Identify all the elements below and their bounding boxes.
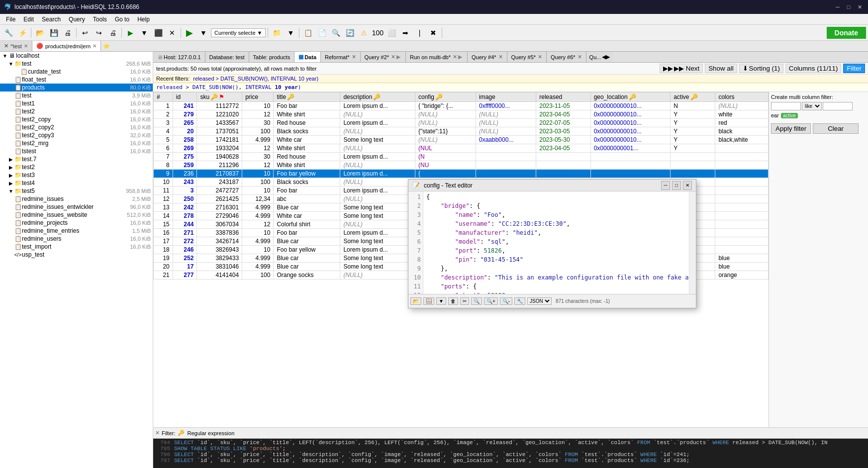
maximize-button[interactable]: □ [844, 2, 853, 11]
table-row[interactable]: 7275194062830Red houseLorem ipsum d...(N [154, 153, 769, 161]
menu-help[interactable]: Help [133, 15, 154, 24]
save-button[interactable]: 💾 [47, 26, 60, 39]
redo-button[interactable]: ↪ [93, 26, 105, 39]
expand-test3[interactable]: ▶ [8, 173, 14, 178]
sidebar-item-test2copy2[interactable]: 📋 test2_copy2 16,0 KiB [0, 123, 153, 131]
te-zoomin-btn[interactable]: 🔍+ [484, 297, 498, 305]
sidebar-item-test1[interactable]: 📋 test1 16,0 KiB [0, 99, 153, 107]
code-area[interactable]: { "bridge": { "name": "Foo", "username":… [423, 191, 689, 294]
sidebar-item-redmine-time[interactable]: 📋 redmine_time_entries 1,5 MiB [0, 227, 153, 235]
table-row[interactable]: 4201737051100Black socks(NULL){"state":1… [154, 127, 769, 136]
next-button[interactable]: ▶▶ ▶▶ Next [660, 64, 703, 73]
pipe-btn[interactable]: | [413, 26, 426, 39]
menu-goto[interactable]: Go to [111, 15, 133, 24]
menu-search[interactable]: Search [38, 15, 65, 24]
table-btn[interactable]: 📋 [301, 26, 314, 39]
filter-col-input[interactable] [771, 102, 801, 110]
sidebar-item-products[interactable]: 📋 products 80,0 KiB [0, 84, 153, 92]
tab-star[interactable]: ⭐ [101, 41, 112, 51]
te-zoomout-btn[interactable]: 🔍- [500, 297, 512, 305]
table-row[interactable]: 3265143356730Red houseLorem ipsum d...(N… [154, 119, 769, 127]
col-header-title[interactable]: title 🔑 [274, 93, 340, 102]
sidebar-item-test2-table[interactable]: 📋 test2 16,0 KiB [0, 107, 153, 115]
col-header-released[interactable]: released [536, 93, 590, 102]
table-row[interactable]: 525817421814.999White carSome long text(… [154, 136, 769, 144]
sidebar-item-usp-test[interactable]: </> usp_test [0, 251, 153, 259]
sidebar-item-float[interactable]: 📋 float_test 16,0 KiB [0, 76, 153, 84]
expand-test2-db[interactable]: ▶ [8, 165, 14, 170]
col-header-geo[interactable]: geo_location 🔑 [590, 93, 671, 102]
content-tab-runmulti[interactable]: Run on multi-db* ✕ ▶ [406, 52, 468, 62]
sidebar-item-test2copy[interactable]: 📋 test2_copy 16,0 KiB [0, 115, 153, 123]
warning-btn[interactable]: ⚠ [357, 26, 370, 39]
clear-filter-button[interactable]: Clear [813, 123, 859, 134]
tab-test[interactable]: ✕ ^test ✕ [0, 41, 32, 51]
te-dropdown-btn[interactable]: ▼ [436, 297, 446, 305]
sidebar-item-test-import[interactable]: 📋 test_import 16,0 KiB [0, 243, 153, 251]
te-settings-btn[interactable]: 🔧 [514, 297, 525, 305]
sidebar-item-test7[interactable]: ▶ 📁 test.7 [0, 155, 153, 163]
table-row[interactable]: 2279122102012White shirt(NULL)(NULL)(NUL… [154, 110, 769, 119]
col-header-image[interactable]: image [476, 93, 536, 102]
tab-products-close[interactable]: ✕ [93, 43, 96, 49]
filter-input[interactable] [188, 430, 256, 436]
menu-file[interactable]: File [2, 15, 19, 24]
filter-close-icon[interactable]: ✕ [155, 430, 160, 436]
content-tab-data[interactable]: ▦ Data [294, 52, 321, 62]
te-cut-btn[interactable]: ✂ [460, 297, 469, 305]
te-close-button[interactable]: ✕ [683, 181, 692, 190]
sidebar-item-redmine-website[interactable]: 📋 redmine_issues_website 512,0 KiB [0, 211, 153, 219]
showall-button[interactable]: Show all [705, 64, 737, 73]
kill-btn[interactable]: ✖ [427, 26, 440, 39]
query2-tab-close[interactable]: ✕ [391, 54, 395, 60]
menu-tools[interactable]: Tools [89, 15, 111, 24]
donate-button[interactable]: Donate [827, 27, 866, 39]
table-row[interactable]: 1241111277210Foo barLorem ipsum d...{ "b… [154, 102, 769, 110]
print-button[interactable]: 🖨 [61, 26, 74, 39]
expand-icon-test[interactable]: ▼ [8, 61, 14, 67]
sidebar-item-redmine-entwickler[interactable]: 📋 redmine_issues_entwickler 96,0 KiB [0, 203, 153, 211]
table-row[interactable]: 9236217083710Foo bar yellowLorem ipsum d… [154, 170, 769, 178]
sidebar-item-test-table[interactable]: 📋 test 3,9 MiB [0, 92, 153, 99]
filter-val-input[interactable] [823, 102, 853, 110]
csv-btn[interactable]: 📄 [315, 26, 328, 39]
te-minimize-button[interactable]: ─ [661, 181, 670, 190]
sidebar-item-test2-db[interactable]: ▶ 📁 test2 [0, 163, 153, 171]
refresh-btn[interactable]: 🔄 [343, 26, 356, 39]
content-tab-query2[interactable]: Query #2* ✕ ▶ [361, 52, 406, 62]
columns-button[interactable]: Columns (11/11) [785, 64, 842, 73]
content-tab-query6[interactable]: Query #6* ✕ [547, 52, 586, 62]
expand-test5[interactable]: ▼ [8, 188, 14, 194]
stop-button[interactable]: ⬛ [152, 26, 165, 39]
folder-btn[interactable]: 📁 [270, 26, 283, 39]
counter-btn[interactable]: 100 [371, 26, 384, 39]
reformat-tab-close[interactable]: ✕ [352, 54, 356, 60]
query5-tab-close[interactable]: ✕ [538, 54, 542, 60]
te-format-select[interactable]: JSON Plain [527, 297, 552, 305]
col-header-active[interactable]: active 🔑 [671, 93, 715, 102]
minimize-button[interactable]: ─ [833, 2, 842, 11]
close-button[interactable]: ✕ [855, 2, 864, 11]
content-tab-host[interactable]: 🖥 Host: 127.0.0.1 [153, 52, 205, 62]
sidebar-item-test5[interactable]: ▼ 📁 test5 958,8 MiB [0, 187, 153, 195]
te-windows-btn[interactable]: 🪟 [423, 297, 434, 305]
sidebar-item-curdate[interactable]: 📋 curdate_test 16,0 KiB [0, 68, 153, 76]
apply-filter-button[interactable]: Apply filter [771, 123, 811, 134]
recent-filter-value[interactable]: released > DATE_SUB(NOW(), INTERVAL 10 y… [193, 76, 318, 82]
table-row[interactable]: 825921129612White shirt(NULL)(NU [154, 161, 769, 170]
sidebar-item-test3[interactable]: ▶ 📁 test3 [0, 171, 153, 179]
run-dropdown[interactable]: ▼ [138, 26, 151, 39]
expand-test4[interactable]: ▶ [8, 181, 14, 186]
sidebar-item-test2mrg[interactable]: 📋 test2_mrg 16,0 KiB [0, 139, 153, 147]
open-button[interactable]: 📂 [33, 26, 46, 39]
print2-button[interactable]: 🖨 [106, 26, 119, 39]
sidebar-item-test-db[interactable]: ▼ 📁 test 268,6 MiB [0, 60, 153, 68]
content-tab-table[interactable]: Table: products [249, 52, 295, 62]
content-tab-db[interactable]: Database: test [205, 52, 249, 62]
execute-btn[interactable]: ▶ [183, 26, 196, 39]
run-button[interactable]: ▶ [124, 26, 137, 39]
col-header-rownum[interactable]: # [154, 93, 173, 102]
te-delete-btn[interactable]: 🗑 [448, 297, 458, 305]
new-query-button[interactable]: 🔧 [2, 26, 15, 39]
sidebar-item-redmine-projects[interactable]: 📋 redmine_projects 16,0 KiB [0, 219, 153, 227]
